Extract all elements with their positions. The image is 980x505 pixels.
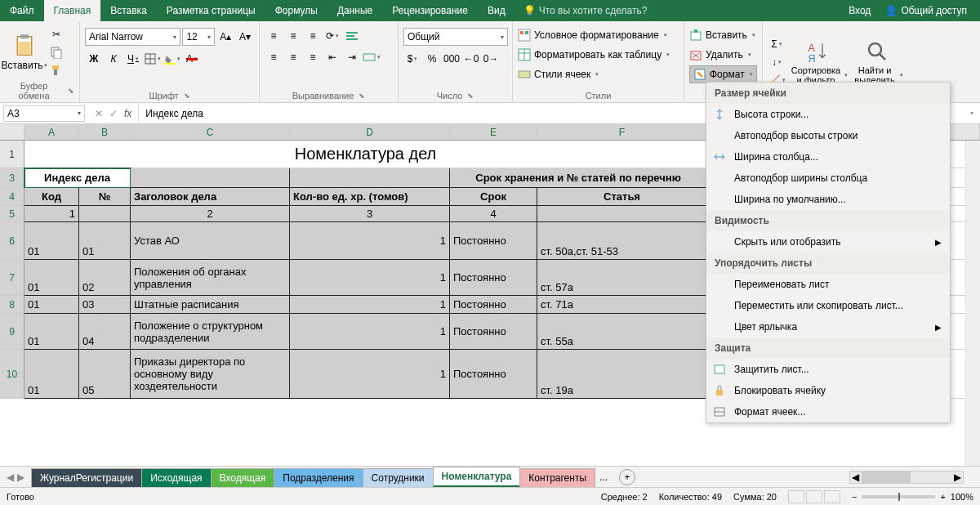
row-header-8[interactable]: 8 (0, 296, 24, 314)
cancel-formula-button[interactable]: ✕ (95, 108, 103, 119)
align-center-button[interactable]: ≡ (284, 49, 302, 65)
cell[interactable]: ст. 50а,ст. 51-53 (537, 222, 707, 260)
number-dialog-launcher[interactable]: ⬊ (467, 92, 474, 100)
cell[interactable]: ст. 57а (537, 260, 707, 296)
align-bottom-button[interactable]: ≡ (304, 28, 322, 44)
cell[interactable]: 1 (290, 314, 450, 350)
menu-tab-color[interactable]: Цвет ярлычка▶ (706, 316, 950, 337)
row-header-7[interactable]: 7 (0, 260, 24, 296)
cell[interactable]: 01 (24, 222, 79, 260)
cell[interactable]: 4 (450, 206, 537, 222)
cell-title[interactable]: Номенклатура дел (24, 141, 707, 168)
cell[interactable]: 02 (79, 260, 131, 296)
zoom-slider[interactable] (862, 495, 935, 498)
format-as-table-button[interactable]: Форматировать как таблицу (518, 46, 679, 64)
insert-function-button[interactable]: fx (124, 108, 131, 119)
row-header-3[interactable]: 3 (0, 168, 24, 188)
cell[interactable]: Постоянно (450, 260, 537, 296)
row-header-10[interactable]: 10 (0, 350, 24, 399)
col-header-e[interactable]: E (450, 124, 537, 140)
horizontal-scrollbar[interactable]: ◀▶ (849, 471, 964, 484)
sheet-tab-employees[interactable]: Сотрудники (363, 468, 434, 487)
menu-hide-unhide[interactable]: Скрыть или отобразить▶ (706, 231, 950, 252)
cell[interactable]: 2 (131, 206, 290, 222)
font-size-select[interactable]: 12▾ (182, 28, 215, 46)
tab-review[interactable]: Рецензирование (382, 0, 478, 21)
cell[interactable] (79, 206, 131, 222)
cell[interactable]: Приказы директора по основному виду хозд… (131, 350, 290, 399)
vertical-scrollbar[interactable] (965, 141, 980, 466)
col-header-a[interactable]: A (24, 124, 79, 140)
cell[interactable]: Кол-во ед. хр. (томов) (290, 188, 450, 206)
col-header-c[interactable]: C (131, 124, 290, 140)
cell[interactable]: Срок (450, 188, 537, 206)
tab-insert[interactable]: Вставка (100, 0, 157, 21)
fill-color-button[interactable] (163, 51, 181, 67)
tell-me-search[interactable]: 💡 Что вы хотите сделать? (515, 5, 656, 16)
cell[interactable]: 3 (290, 206, 450, 222)
format-cells-button[interactable]: Формат (689, 65, 757, 83)
menu-move-copy-sheet[interactable]: Переместить или скопировать лист... (706, 295, 950, 316)
delete-cells-button[interactable]: Удалить (689, 46, 757, 64)
menu-lock-cell[interactable]: Блокировать ячейку (706, 380, 950, 401)
menu-format-cells[interactable]: Формат ячеек... (706, 401, 950, 422)
cell[interactable]: Положение о структурном подразделении (131, 314, 290, 350)
merge-button[interactable] (363, 49, 381, 65)
copy-button[interactable] (47, 44, 65, 60)
cell[interactable]: 1 (24, 206, 79, 222)
tab-data[interactable]: Данные (327, 0, 382, 21)
cell[interactable]: Постоянно (450, 296, 537, 314)
sheet-nav-prev[interactable]: ◀ (7, 471, 14, 483)
align-middle-button[interactable]: ≡ (284, 28, 302, 44)
sheet-tab-journal[interactable]: ЖурналРегистрации (31, 468, 142, 487)
menu-default-width[interactable]: Ширина по умолчанию... (706, 189, 950, 210)
sheet-tab-incoming[interactable]: Входящая (211, 468, 275, 487)
sheet-tab-outgoing[interactable]: Исходящая (141, 468, 211, 487)
decrease-decimal-button[interactable]: 0→ (482, 51, 500, 67)
accept-formula-button[interactable]: ✓ (109, 108, 118, 119)
cell[interactable]: 1 (290, 350, 450, 399)
cell[interactable]: ст. 55а (537, 314, 707, 350)
cell-c3[interactable] (131, 168, 290, 188)
row-header-4[interactable]: 4 (0, 188, 24, 206)
cell[interactable]: 03 (79, 296, 131, 314)
row-header-6[interactable]: 6 (0, 222, 24, 260)
cell[interactable]: Заголовок дела (131, 188, 290, 206)
zoom-in-button[interactable]: + (940, 492, 945, 502)
cell[interactable]: 01 (24, 314, 79, 350)
cell-e3[interactable]: Срок хранения и № статей по перечню (450, 168, 707, 188)
clipboard-dialog-launcher[interactable]: ⬊ (68, 87, 74, 95)
underline-button[interactable]: Ч (124, 51, 142, 67)
cell[interactable]: № (79, 188, 131, 206)
sheet-nav-next[interactable]: ▶ (17, 471, 24, 483)
tab-page-layout[interactable]: Разметка страницы (157, 0, 265, 21)
conditional-formatting-button[interactable]: Условное форматирование (518, 26, 679, 44)
row-header-9[interactable]: 9 (0, 314, 24, 350)
menu-row-height[interactable]: Высота строки... (706, 104, 950, 125)
row-header-1[interactable]: 1 (0, 141, 24, 168)
name-box[interactable]: A3▾ (3, 105, 85, 122)
share-button[interactable]: 👤 Общий доступ (879, 5, 973, 16)
cell[interactable]: 04 (79, 314, 131, 350)
tab-home[interactable]: Главная (44, 0, 101, 21)
tab-file[interactable]: Файл (0, 0, 44, 21)
cell[interactable]: 01 (24, 350, 79, 399)
cell[interactable]: 1 (290, 296, 450, 314)
col-header-b[interactable]: B (79, 124, 131, 140)
font-color-button[interactable]: A (183, 51, 201, 67)
borders-button[interactable] (144, 51, 162, 67)
view-layout-button[interactable] (806, 490, 822, 503)
sheet-tab-contractors[interactable]: Контрагенты (519, 468, 595, 487)
expand-formula-bar[interactable]: ▾ (964, 109, 980, 117)
format-painter-button[interactable] (47, 62, 65, 78)
view-pagebreak-button[interactable] (824, 490, 840, 503)
sheet-tab-nomenclature[interactable]: Номенклатура (433, 467, 521, 487)
signin-button[interactable]: Вход (840, 5, 879, 16)
cell[interactable]: 01 (24, 260, 79, 296)
cell-a3[interactable]: Индекс дела (24, 168, 131, 188)
decrease-indent-button[interactable]: ⇤ (323, 49, 341, 65)
insert-cells-button[interactable]: Вставить (689, 26, 757, 44)
cell[interactable]: 1 (290, 222, 450, 260)
percent-button[interactable]: % (423, 51, 441, 67)
cell[interactable]: ст. 71а (537, 296, 707, 314)
